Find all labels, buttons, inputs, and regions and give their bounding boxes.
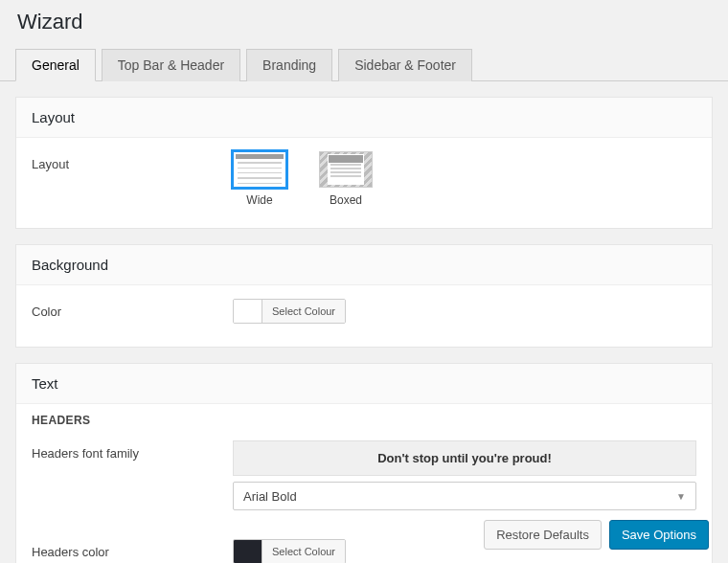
tab-topbar-header[interactable]: Top Bar & Header [102,49,240,81]
chevron-down-icon: ▼ [676,491,686,502]
background-color-label: Color [32,299,233,319]
layout-option-wide[interactable]: Wide [233,151,286,207]
background-color-picker[interactable]: Select Colour [233,299,346,324]
layout-thumb-boxed-icon [319,151,373,188]
select-colour-button[interactable]: Select Colour [262,540,345,563]
tab-branding[interactable]: Branding [246,49,332,81]
color-swatch-icon [234,300,262,323]
layout-section-title: Layout [16,98,712,138]
background-section: Background Color Select Colour [15,244,713,348]
layout-thumb-wide-icon [233,151,286,188]
headers-font-family-select[interactable]: Arial Bold ▼ [233,482,696,510]
selected-font-value: Arial Bold [243,489,297,504]
footer-actions: Restore Defaults Save Options [484,520,709,550]
layout-caption-boxed: Boxed [330,193,362,207]
layout-caption-wide: Wide [246,193,272,207]
layout-option-boxed[interactable]: Boxed [319,151,373,207]
select-colour-button[interactable]: Select Colour [262,300,345,323]
layout-section: Layout Layout Wide [15,97,713,229]
text-section-title: Text [16,364,712,404]
layout-field-label: Layout [32,151,233,171]
tab-sidebar-footer[interactable]: Sidebar & Footer [338,49,472,81]
tab-general[interactable]: General [15,49,96,81]
headers-color-picker[interactable]: Select Colour [233,539,346,563]
save-options-button[interactable]: Save Options [609,520,709,550]
tabs: General Top Bar & Header Branding Sideba… [0,48,728,81]
restore-defaults-button[interactable]: Restore Defaults [484,520,602,550]
color-swatch-icon [234,540,262,563]
page-title: Wizard [0,0,728,48]
headers-font-family-label: Headers font family [32,440,233,461]
background-section-title: Background [16,245,712,285]
headers-color-label: Headers color [32,539,233,559]
motivational-banner: Don't stop until you're proud! [233,440,696,476]
text-subheading-headers: HEADERS [16,404,712,437]
